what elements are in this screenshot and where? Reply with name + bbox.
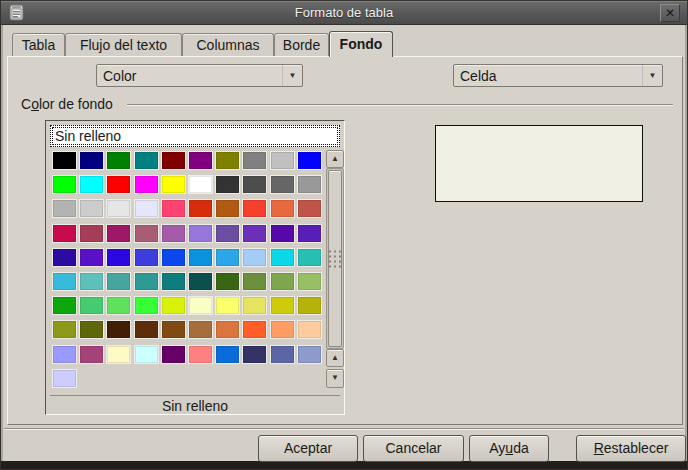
scrollbar-track[interactable] (326, 168, 344, 349)
close-button[interactable]: ✕ (660, 4, 680, 22)
color-swatch[interactable] (106, 199, 131, 218)
titlebar[interactable]: Formato de tabla ✕ (1, 1, 687, 25)
color-swatch[interactable] (52, 175, 77, 194)
color-swatch[interactable] (188, 272, 213, 291)
color-swatch[interactable] (52, 296, 77, 315)
color-swatch[interactable] (134, 345, 159, 364)
color-swatch[interactable] (79, 296, 104, 315)
color-swatch[interactable] (297, 272, 322, 291)
color-swatch[interactable] (242, 320, 267, 339)
color-swatch[interactable] (52, 345, 77, 364)
color-swatch[interactable] (106, 272, 131, 291)
color-swatch[interactable] (188, 175, 213, 194)
color-swatch[interactable] (106, 175, 131, 194)
color-swatch[interactable] (161, 248, 186, 267)
tab-borde[interactable]: Borde (274, 33, 329, 56)
color-swatch[interactable] (188, 199, 213, 218)
color-swatch[interactable] (242, 345, 267, 364)
color-swatch[interactable] (270, 248, 295, 267)
color-swatch[interactable] (52, 151, 77, 170)
color-swatch[interactable] (188, 296, 213, 315)
color-swatch[interactable] (215, 151, 240, 170)
color-swatch[interactable] (79, 224, 104, 243)
color-swatch[interactable] (242, 296, 267, 315)
color-swatch[interactable] (52, 248, 77, 267)
help-button[interactable]: Ayuda (469, 435, 549, 462)
scroll-up-button-secondary[interactable]: ▲ (326, 349, 344, 367)
color-swatch[interactable] (270, 199, 295, 218)
color-swatch[interactable] (270, 151, 295, 170)
color-swatch[interactable] (297, 296, 322, 315)
color-swatch[interactable] (215, 199, 240, 218)
como-dropdown[interactable]: Color ▼ (96, 64, 303, 87)
color-swatch[interactable] (134, 272, 159, 291)
color-swatch[interactable] (270, 320, 295, 339)
color-swatch[interactable] (52, 224, 77, 243)
color-swatch[interactable] (242, 224, 267, 243)
color-swatch[interactable] (161, 151, 186, 170)
color-swatch[interactable] (215, 345, 240, 364)
color-swatch[interactable] (215, 296, 240, 315)
color-swatch[interactable] (134, 151, 159, 170)
color-swatch[interactable] (79, 320, 104, 339)
color-swatch[interactable] (215, 175, 240, 194)
color-swatch[interactable] (297, 224, 322, 243)
color-swatch[interactable] (242, 199, 267, 218)
color-swatch[interactable] (297, 345, 322, 364)
color-swatch[interactable] (161, 320, 186, 339)
tab-fondo[interactable]: Fondo (329, 31, 393, 57)
scroll-down-button[interactable]: ▼ (326, 369, 344, 388)
chevron-down-icon[interactable]: ▼ (282, 65, 302, 86)
color-swatch[interactable] (79, 175, 104, 194)
cancel-button[interactable]: Cancelar (363, 435, 464, 462)
color-swatch[interactable] (79, 248, 104, 267)
color-swatch[interactable] (215, 272, 240, 291)
color-swatch[interactable] (79, 151, 104, 170)
color-swatch[interactable] (270, 345, 295, 364)
chevron-down-icon[interactable]: ▼ (642, 65, 662, 86)
color-swatch[interactable] (188, 248, 213, 267)
color-swatch[interactable] (270, 272, 295, 291)
color-swatch[interactable] (106, 345, 131, 364)
color-swatch[interactable] (188, 320, 213, 339)
color-swatch[interactable] (270, 224, 295, 243)
tab-columnas[interactable]: Columnas (182, 33, 274, 56)
color-swatch[interactable] (188, 224, 213, 243)
color-swatch[interactable] (270, 175, 295, 194)
color-swatch[interactable] (161, 199, 186, 218)
color-swatch[interactable] (106, 248, 131, 267)
color-swatch[interactable] (106, 151, 131, 170)
color-swatch[interactable] (134, 199, 159, 218)
color-swatch[interactable] (297, 151, 322, 170)
color-swatch[interactable] (106, 224, 131, 243)
color-swatch[interactable] (134, 320, 159, 339)
color-swatch[interactable] (52, 320, 77, 339)
color-swatch[interactable] (52, 369, 77, 388)
color-swatch[interactable] (79, 272, 104, 291)
color-swatch[interactable] (106, 296, 131, 315)
scrollbar-thumb[interactable] (328, 170, 342, 347)
accept-button[interactable]: Aceptar (258, 435, 358, 462)
color-swatch[interactable] (134, 175, 159, 194)
color-swatch[interactable] (242, 248, 267, 267)
color-swatch[interactable] (134, 248, 159, 267)
color-swatch[interactable] (242, 175, 267, 194)
color-swatch[interactable] (134, 224, 159, 243)
color-swatch[interactable] (215, 248, 240, 267)
color-swatch[interactable] (79, 199, 104, 218)
color-swatch[interactable] (242, 151, 267, 170)
no-fill-list-entry[interactable]: Sin relleno (50, 125, 340, 147)
color-swatch[interactable] (52, 272, 77, 291)
color-swatch[interactable] (79, 345, 104, 364)
color-swatch[interactable] (161, 224, 186, 243)
color-swatch[interactable] (215, 224, 240, 243)
color-swatch[interactable] (270, 296, 295, 315)
color-swatch[interactable] (106, 320, 131, 339)
color-swatch[interactable] (161, 296, 186, 315)
palette-scrollbar[interactable]: ▲ ▲ ▼ (326, 150, 344, 389)
tab-tabla[interactable]: Tabla (12, 33, 65, 56)
color-swatch[interactable] (161, 345, 186, 364)
color-swatch[interactable] (161, 175, 186, 194)
color-swatch[interactable] (215, 320, 240, 339)
color-swatch[interactable] (52, 199, 77, 218)
